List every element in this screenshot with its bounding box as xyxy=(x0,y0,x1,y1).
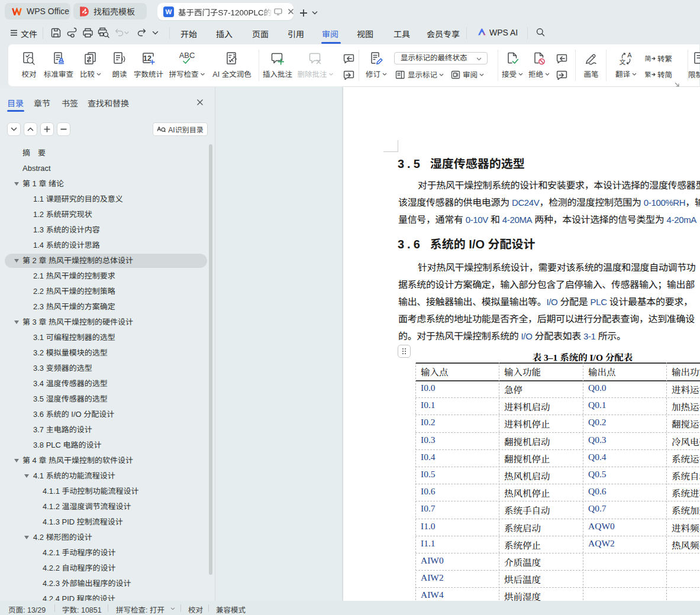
svg-text:1: 1 xyxy=(143,54,147,63)
svg-text:W: W xyxy=(166,8,172,15)
svg-text:文: 文 xyxy=(620,59,626,66)
svg-text:A: A xyxy=(627,51,632,59)
svg-text:2: 2 xyxy=(147,54,151,63)
svg-text:繁: 繁 xyxy=(645,71,651,78)
svg-text:ABC: ABC xyxy=(179,51,195,60)
svg-text:简: 简 xyxy=(645,55,651,62)
